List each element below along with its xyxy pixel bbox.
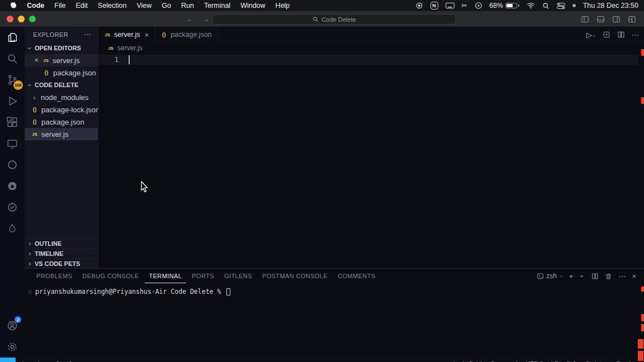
- menu-selection[interactable]: Selection: [93, 0, 131, 11]
- shell-picker[interactable]: zsh ›: [537, 272, 563, 280]
- more-actions-icon[interactable]: ⋯: [632, 30, 640, 39]
- remote-explorer-icon[interactable]: [0, 133, 25, 154]
- wifi-icon[interactable]: [527, 2, 535, 9]
- testing-extension-icon[interactable]: [0, 197, 25, 218]
- github-extension-icon[interactable]: [0, 175, 25, 197]
- new-terminal-button[interactable]: +: [569, 272, 574, 280]
- tab-postman-console[interactable]: POSTMAN CONSOLE: [258, 269, 332, 283]
- accounts-icon[interactable]: 2: [0, 315, 25, 336]
- battery-indicator[interactable]: 68%: [490, 2, 519, 9]
- keyboard-icon[interactable]: [446, 2, 454, 9]
- play-circle-icon[interactable]: [475, 2, 482, 9]
- menu-view[interactable]: View: [131, 0, 157, 11]
- menu-terminal[interactable]: Terminal: [199, 0, 235, 11]
- macos-menubar: Code File Edit Selection View Go Run Ter…: [0, 0, 644, 11]
- menu-edit[interactable]: Edit: [70, 0, 93, 11]
- tree-item-server-js[interactable]: JS server.js: [25, 128, 98, 140]
- explorer-more-actions-icon[interactable]: ⋯: [84, 30, 91, 39]
- timeline-section[interactable]: › TIMELINE: [25, 248, 98, 258]
- tab-server-js[interactable]: JS server.js ×: [98, 27, 155, 42]
- menu-file[interactable]: File: [49, 0, 70, 11]
- scissors-icon[interactable]: ✂: [462, 2, 467, 9]
- close-window-button[interactable]: [7, 16, 13, 22]
- breadcrumb[interactable]: JS server.js: [98, 42, 644, 54]
- code-editor[interactable]: 1: [98, 54, 644, 268]
- minimize-window-button[interactable]: [18, 16, 25, 22]
- chevron-down-icon: ›: [27, 45, 33, 51]
- menu-extra-dot-icon[interactable]: [572, 4, 576, 7]
- open-editor-package-json[interactable]: {} package.json: [25, 66, 98, 79]
- open-changes-icon[interactable]: [603, 31, 610, 39]
- run-debug-icon[interactable]: [0, 90, 25, 112]
- remote-indicator[interactable]: [0, 358, 16, 362]
- tab-package-json[interactable]: {} package.json: [155, 27, 218, 42]
- chevron-right-icon: ›: [31, 94, 37, 101]
- tab-ports[interactable]: PORTS: [187, 269, 219, 283]
- json-file-icon: {}: [43, 70, 50, 75]
- menu-window[interactable]: Window: [235, 0, 270, 11]
- settings-gear-icon[interactable]: [0, 336, 25, 358]
- js-file-icon: JS: [107, 46, 114, 51]
- navigate-forward-button[interactable]: →: [202, 15, 210, 23]
- terminal-prompt: priyanshukumarsingh@Priyanshus-Air Code …: [35, 288, 221, 296]
- explorer-sidebar: EXPLORER ⋯ › OPEN EDITORS × JS server.js…: [25, 27, 98, 268]
- tab-comments[interactable]: COMMENTS: [333, 269, 380, 283]
- js-file-icon: JS: [104, 32, 111, 37]
- json-file-icon: {}: [31, 119, 38, 125]
- command-center-search[interactable]: Code Delete: [212, 14, 456, 25]
- tree-item-node-modules[interactable]: › node_modules: [25, 91, 98, 103]
- tree-item-package-json[interactable]: {} package.json: [25, 116, 98, 128]
- vscode-pets-section[interactable]: › VS CODE PETS: [25, 258, 98, 268]
- close-editor-icon[interactable]: ×: [34, 56, 39, 64]
- customize-layout-icon[interactable]: [628, 15, 636, 23]
- control-center-icon[interactable]: [557, 2, 565, 9]
- window-controls: [7, 16, 36, 22]
- problems-indicator[interactable]: ⊘ 0 △ 0: [49, 360, 72, 362]
- extensions-icon[interactable]: [0, 112, 25, 133]
- tab-label: server.js: [114, 31, 140, 39]
- tab-debug-console[interactable]: DEBUG CONSOLE: [78, 269, 143, 283]
- tree-item-label: node_modules: [41, 93, 88, 102]
- menu-app[interactable]: Code: [22, 0, 49, 11]
- toggle-sidebar-icon[interactable]: [581, 15, 589, 23]
- open-editor-server-js[interactable]: × JS server.js: [25, 54, 98, 66]
- prettier-status[interactable]: ✓ Prettier: [609, 360, 636, 362]
- outline-section[interactable]: › OUTLINE: [25, 238, 98, 248]
- breadcrumb-file: server.js: [117, 44, 143, 52]
- explorer-icon[interactable]: [0, 27, 25, 48]
- close-tab-icon[interactable]: ×: [145, 31, 149, 39]
- notion-icon[interactable]: N: [430, 2, 438, 9]
- search-icon[interactable]: [0, 48, 25, 69]
- menubar-clock[interactable]: Thu 28 Dec 23:50: [583, 2, 638, 9]
- panel-more-actions-icon[interactable]: ⋯: [618, 272, 626, 280]
- split-terminal-icon[interactable]: [591, 273, 599, 280]
- close-panel-icon[interactable]: ×: [632, 272, 636, 280]
- tree-item-package-lock-json[interactable]: {} package-lock.json: [25, 103, 98, 116]
- spotlight-search-icon[interactable]: [542, 2, 550, 9]
- apple-menu-icon[interactable]: [6, 2, 22, 9]
- js-file-icon: JS: [31, 132, 38, 137]
- kill-terminal-icon[interactable]: [605, 273, 612, 280]
- flame-extension-icon[interactable]: [0, 218, 25, 239]
- split-editor-icon[interactable]: [617, 31, 625, 39]
- tab-problems[interactable]: PROBLEMS: [32, 269, 77, 283]
- status-circle-icon[interactable]: [415, 2, 423, 9]
- workspace-section[interactable]: › CODE DELETE: [25, 79, 98, 91]
- zoom-window-button[interactable]: [29, 16, 36, 22]
- menu-help[interactable]: Help: [271, 0, 295, 11]
- source-control-icon[interactable]: 10K: [0, 69, 25, 90]
- chevron-down-icon: ›: [27, 82, 33, 88]
- terminal-content[interactable]: ○ priyanshukumarsingh@Priyanshus-Air Cod…: [25, 283, 644, 296]
- toggle-panel-icon[interactable]: [596, 15, 605, 23]
- open-editors-section[interactable]: › OPEN EDITORS: [25, 42, 98, 54]
- tab-terminal[interactable]: TERMINAL: [145, 269, 187, 283]
- tab-gitlens[interactable]: GITLENS: [220, 269, 257, 283]
- toggle-secondary-sidebar-icon[interactable]: [612, 15, 621, 23]
- menu-run[interactable]: Run: [176, 0, 199, 11]
- run-code-button[interactable]: ▷ ›: [586, 31, 596, 39]
- chevron-down-icon[interactable]: ›: [579, 273, 585, 279]
- explorer-title: EXPLORER: [33, 31, 68, 38]
- docker-extension-icon[interactable]: [0, 154, 25, 175]
- navigate-back-button[interactable]: ←: [186, 15, 194, 23]
- menu-go[interactable]: Go: [157, 0, 176, 11]
